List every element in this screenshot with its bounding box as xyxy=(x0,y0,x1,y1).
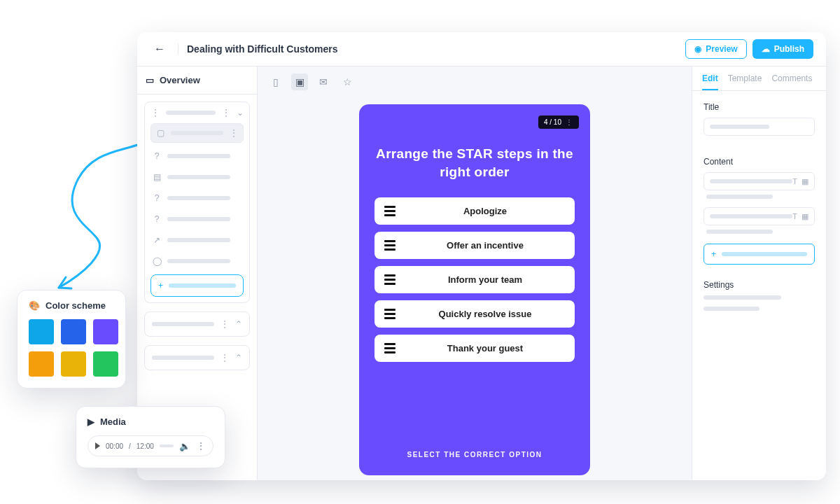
media-panel: ▶ Media 00:00 / 12:00 🔈 ⋮ xyxy=(76,406,225,468)
link-icon: ↗ xyxy=(152,235,162,245)
content-input[interactable]: T▦ xyxy=(704,172,815,190)
sort-option[interactable]: Quickly resolve issue xyxy=(374,300,575,328)
inspector-section-title: Title xyxy=(704,102,815,141)
drag-handle-icon[interactable] xyxy=(384,274,396,285)
settings-row[interactable] xyxy=(704,307,760,311)
back-button[interactable]: ← xyxy=(150,40,169,58)
chevron-down-icon[interactable]: ⌄ xyxy=(237,108,244,118)
progress-badge[interactable]: 4 / 10 ⋮ xyxy=(538,115,579,129)
topbar: ← Dealing with Difficult Customers ◉ Pre… xyxy=(137,32,826,66)
inspector-section-content: Content T▦ T▦ + xyxy=(704,157,815,265)
sort-option[interactable]: Apologize xyxy=(374,197,575,225)
more-icon[interactable]: ⋮ xyxy=(221,108,231,118)
align-center-icon[interactable]: ▣ xyxy=(291,74,308,90)
question-icon: ? xyxy=(152,214,162,224)
preview-button[interactable]: ◉ Preview xyxy=(685,39,746,59)
text-icon[interactable]: T xyxy=(792,212,797,221)
sidebar-item[interactable]: ▤ xyxy=(150,169,244,185)
inspector: Edit Template Comments Title Content T▦ xyxy=(692,66,826,480)
plus-icon: + xyxy=(158,281,163,290)
drag-icon: ⋮ xyxy=(150,108,160,118)
align-top-icon[interactable]: ▯ xyxy=(267,74,284,90)
canvas-toolbar: ▯ ▣ ✉ ☆ xyxy=(258,66,692,97)
content-preview-line xyxy=(706,230,773,234)
drag-handle-icon[interactable] xyxy=(384,206,396,216)
book-icon: ▭ xyxy=(146,75,154,85)
sidebar-item[interactable]: ? xyxy=(150,148,244,164)
settings-row[interactable] xyxy=(704,295,781,300)
question-icon: ? xyxy=(152,151,162,161)
film-icon: ▶ xyxy=(88,416,94,427)
sidebar-item[interactable]: ↗ xyxy=(150,232,244,248)
decorative-arrow xyxy=(38,137,150,298)
page-title: Dealing with Difficult Customers xyxy=(178,43,337,55)
more-icon[interactable]: ⋮ xyxy=(196,440,206,451)
color-swatch[interactable] xyxy=(61,319,86,344)
add-content-button[interactable]: + xyxy=(704,244,815,265)
inspector-section-settings: Settings xyxy=(704,280,815,311)
play-icon[interactable] xyxy=(95,442,100,449)
drag-handle-icon[interactable] xyxy=(384,240,396,251)
title-input[interactable] xyxy=(704,118,815,136)
sidebar-group-collapsed[interactable]: ⋮ ⌃ xyxy=(144,345,250,370)
plus-icon: + xyxy=(711,249,716,259)
sidebar-header: ▭ Overview xyxy=(137,66,257,94)
color-swatch[interactable] xyxy=(93,351,118,377)
sidebar-item[interactable]: ▢ ⋮ xyxy=(150,123,244,143)
question-icon: ? xyxy=(152,193,162,203)
note-icon: ▤ xyxy=(152,172,162,182)
chat-icon[interactable]: ✉ xyxy=(315,74,332,90)
tab-edit[interactable]: Edit xyxy=(702,74,718,90)
card-title: Arrange the STAR steps in the right orde… xyxy=(374,145,575,181)
color-scheme-panel: 🎨 Color scheme xyxy=(17,290,126,388)
inspector-tabs: Edit Template Comments xyxy=(692,66,826,91)
publish-button[interactable]: ☁ Publish xyxy=(752,39,813,59)
drag-handle-icon[interactable] xyxy=(384,309,396,319)
card-hint: SELECT THE CORRECT OPTION xyxy=(374,451,575,458)
volume-icon[interactable]: 🔈 xyxy=(179,441,190,451)
tab-template[interactable]: Template xyxy=(728,74,762,90)
drag-handle-icon[interactable] xyxy=(384,343,396,354)
canvas: ▯ ▣ ✉ ☆ 4 / 10 ⋮ Arrange the STAR steps … xyxy=(258,66,692,480)
upload-icon: ☁ xyxy=(762,44,770,54)
add-slide-button[interactable]: + xyxy=(150,274,244,297)
more-icon[interactable]: ⋮ xyxy=(220,319,230,329)
chevron-up-icon[interactable]: ⌃ xyxy=(235,319,242,329)
check-icon: ◯ xyxy=(152,256,162,266)
image-icon[interactable]: ▦ xyxy=(802,177,808,186)
sidebar-group-collapsed[interactable]: ⋮ ⌃ xyxy=(144,312,250,337)
sidebar-group-expanded: ⋮ ⋮ ⌄ ▢ ⋮ ? ▤ ? ? ↗ ◯ xyxy=(144,102,250,303)
palette-icon: 🎨 xyxy=(29,300,40,311)
star-icon[interactable]: ☆ xyxy=(339,74,356,90)
more-icon[interactable]: ⋮ xyxy=(566,118,573,126)
content-input[interactable]: T▦ xyxy=(704,207,815,225)
chevron-up-icon[interactable]: ⌃ xyxy=(235,353,242,363)
color-swatch[interactable] xyxy=(61,351,86,377)
audio-track[interactable] xyxy=(160,444,174,447)
tile-icon: ▢ xyxy=(155,128,165,138)
sort-option[interactable]: Inform your team xyxy=(374,266,575,293)
card-preview: 4 / 10 ⋮ Arrange the STAR steps in the r… xyxy=(359,104,590,475)
more-icon[interactable]: ⋮ xyxy=(220,353,230,363)
content-preview-line xyxy=(706,195,773,199)
sidebar-item[interactable]: ? xyxy=(150,190,244,206)
text-icon[interactable]: T xyxy=(792,177,797,186)
audio-player[interactable]: 00:00 / 12:00 🔈 ⋮ xyxy=(88,435,214,456)
color-swatch[interactable] xyxy=(29,319,54,344)
sidebar-item[interactable]: ◯ xyxy=(150,253,244,269)
tab-comments[interactable]: Comments xyxy=(771,74,812,90)
sort-option[interactable]: Thank your guest xyxy=(374,335,575,362)
eye-icon: ◉ xyxy=(694,44,701,54)
app-window: ← Dealing with Difficult Customers ◉ Pre… xyxy=(137,32,826,480)
image-icon[interactable]: ▦ xyxy=(802,212,808,221)
sidebar-group-header[interactable]: ⋮ ⋮ ⌄ xyxy=(150,108,244,118)
sidebar-item[interactable]: ? xyxy=(150,211,244,227)
more-icon[interactable]: ⋮ xyxy=(229,128,239,138)
color-swatch[interactable] xyxy=(93,319,118,344)
color-swatch[interactable] xyxy=(29,351,54,377)
sort-option[interactable]: Offer an incentive xyxy=(374,232,575,259)
